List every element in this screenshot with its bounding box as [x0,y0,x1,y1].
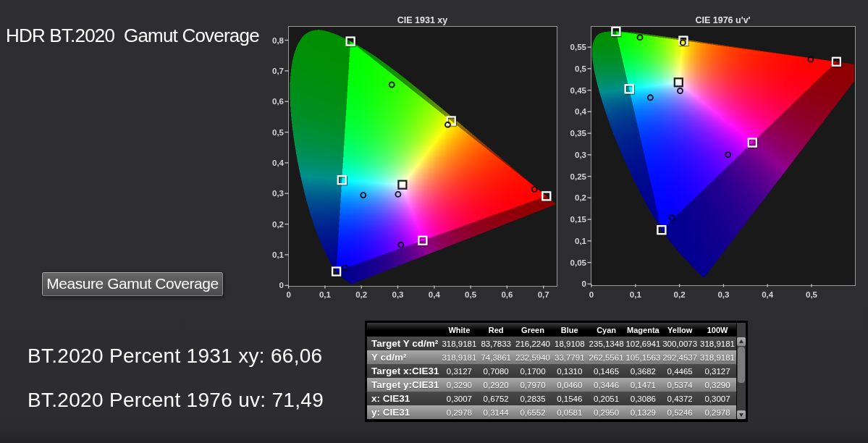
svg-text:0,2: 0,2 [674,290,686,299]
svg-text:0,4: 0,4 [429,290,441,299]
svg-text:0,3: 0,3 [272,189,284,198]
svg-text:0,05: 0,05 [570,258,587,267]
svg-text:0,45: 0,45 [570,86,587,95]
svg-text:0,3: 0,3 [575,151,586,159]
svg-text:0,4: 0,4 [762,290,774,299]
svg-text:0,8: 0,8 [272,36,285,45]
svg-text:0,6: 0,6 [501,290,513,299]
svg-text:0,35: 0,35 [570,129,587,138]
svg-text:0: 0 [279,281,284,290]
svg-text:0,7: 0,7 [538,290,549,299]
svg-text:0,1: 0,1 [319,290,332,299]
svg-text:0,55: 0,55 [570,43,587,51]
svg-text:0,4: 0,4 [575,107,587,116]
svg-text:0,4: 0,4 [272,159,285,167]
svg-text:0,5: 0,5 [465,290,477,299]
svg-text:0,1: 0,1 [272,250,285,259]
svg-text:CIE 1976 u'v': CIE 1976 u'v' [695,15,750,25]
svg-text:0,25: 0,25 [570,172,587,181]
svg-text:0,5: 0,5 [575,64,587,73]
svg-text:0,2: 0,2 [355,290,367,299]
svg-text:0,6: 0,6 [272,97,284,106]
svg-text:0,2: 0,2 [575,193,586,202]
svg-text:0,3: 0,3 [717,290,729,299]
svg-text:0,5: 0,5 [806,290,818,299]
svg-text:0: 0 [589,290,594,299]
svg-text:0,1: 0,1 [575,237,587,245]
svg-text:CIE 1931 xy: CIE 1931 xy [397,15,448,25]
svg-text:0: 0 [582,279,586,288]
svg-text:0,2: 0,2 [272,220,284,229]
svg-text:0,3: 0,3 [392,290,404,299]
svg-text:0,7: 0,7 [272,67,284,75]
svg-text:0,5: 0,5 [272,128,285,137]
svg-text:0,15: 0,15 [570,215,587,224]
svg-text:0: 0 [286,290,290,299]
svg-text:0,1: 0,1 [630,290,642,299]
